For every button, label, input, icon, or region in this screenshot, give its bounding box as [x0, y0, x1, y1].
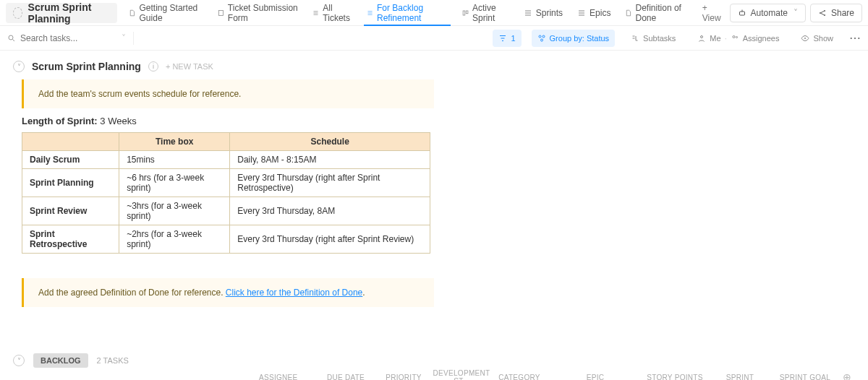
filter-count-chip[interactable]: 1: [493, 30, 521, 47]
doc-icon: [625, 9, 631, 17]
svg-point-13: [736, 36, 737, 38]
share-button[interactable]: Share: [810, 4, 862, 22]
group-pill[interactable]: BACKLOG: [33, 353, 88, 368]
backlog-group: ˅ BACKLOG 2 TASKS TITLE ASSIGNEE DUE DAT…: [13, 353, 855, 380]
col-epic[interactable]: EPIC: [548, 373, 642, 381]
row-name: Sprint Planning: [22, 169, 119, 197]
workspace-title-text: Scrum Sprint Planning: [28, 1, 111, 25]
tab-backlog-refinement[interactable]: For Backlog Refinement: [359, 0, 455, 26]
automate-label: Automate: [751, 8, 788, 18]
schedule-table: Time box Schedule Daily Scrum15minsDaily…: [22, 132, 430, 254]
board-icon: [462, 9, 469, 17]
group-count: 2 TASKS: [97, 356, 129, 365]
tab-definition-of-done[interactable]: Definition of Done: [618, 0, 694, 26]
table-row: Sprint Retrospective~2hrs (for a 3-week …: [22, 225, 430, 254]
tab-getting-started[interactable]: Getting Started Guide: [122, 0, 210, 26]
svg-rect-0: [218, 10, 223, 15]
top-bar: Scrum Sprint Planning Getting Started Gu…: [0, 0, 868, 26]
col-schedule: Schedule: [230, 133, 430, 151]
sprint-length: Length of Sprint: 3 Weeks: [22, 116, 855, 126]
automate-button[interactable]: Automate ˅: [730, 4, 806, 22]
tab-ticket-submission[interactable]: Ticket Submission Form: [210, 0, 306, 26]
group-icon: [537, 34, 546, 43]
svg-point-6: [824, 14, 825, 16]
main-content: ˅ Scrum Sprint Planning i + NEW TASK Add…: [0, 51, 868, 380]
col-sprint-goal[interactable]: SPRINT GOAL: [773, 373, 838, 381]
tab-label: Epics: [590, 8, 610, 18]
note-text: Add the agreed Definition of Done for re…: [38, 288, 226, 298]
svg-rect-3: [739, 12, 744, 15]
form-icon: [218, 9, 224, 17]
col-timebox: Time box: [119, 133, 230, 151]
row-schedule: Every 3rd Thursday (right after Sprint R…: [230, 225, 430, 254]
tab-label: Ticket Submission Form: [228, 3, 299, 23]
list-title[interactable]: Scrum Sprint Planning: [32, 61, 141, 72]
col-sprint[interactable]: SPRINT: [707, 373, 773, 381]
svg-point-9: [542, 35, 545, 38]
tab-all-tickets[interactable]: All Tickets: [305, 0, 359, 26]
search-box[interactable]: ˅: [7, 33, 126, 43]
eye-icon: [801, 34, 809, 43]
note-dod: Add the agreed Definition of Done for re…: [22, 278, 434, 307]
col-category[interactable]: CATEGORY: [490, 373, 548, 381]
row-timebox: ~2hrs (for a 3-week sprint): [119, 225, 230, 254]
col-story-points[interactable]: STORY POINTS: [642, 373, 707, 381]
row-schedule: Daily, 8AM - 8:15AM: [230, 151, 430, 169]
tab-active-sprint[interactable]: Active Sprint: [455, 0, 516, 26]
svg-point-14: [804, 38, 806, 39]
show-chip[interactable]: Show: [795, 30, 839, 47]
tab-label: Sprints: [536, 8, 563, 18]
length-value: 3 Weeks: [100, 116, 136, 126]
add-view-label: + View: [702, 3, 723, 23]
add-column-button[interactable]: ⊕: [838, 371, 856, 380]
row-schedule: Every 3rd Thursday, 8AM: [230, 197, 430, 225]
me-chip[interactable]: Me · Assignees: [692, 30, 785, 47]
note-text: Add the team's scrum events schedule for…: [38, 89, 241, 99]
more-menu-icon[interactable]: ⋯: [849, 31, 861, 45]
row-timebox: 15mins: [119, 151, 230, 169]
col-due[interactable]: DUE DATE: [317, 373, 375, 381]
workspace-title[interactable]: Scrum Sprint Planning: [6, 3, 117, 23]
search-input[interactable]: [16, 33, 117, 43]
chevron-down-icon[interactable]: ˅: [122, 33, 126, 43]
subtask-icon: [631, 34, 639, 43]
row-name: Sprint Retrospective: [22, 225, 119, 254]
col-assignee[interactable]: ASSIGNEE: [259, 373, 317, 381]
new-task-button[interactable]: + NEW TASK: [166, 62, 213, 71]
note-schedule: Add the team's scrum events schedule for…: [22, 79, 434, 108]
col-dev-status[interactable]: DEVELOPMENT ST...: [433, 369, 490, 380]
svg-point-5: [824, 10, 825, 12]
people-icon: [731, 34, 739, 43]
list-header: ˅ Scrum Sprint Planning i + NEW TASK: [13, 61, 855, 72]
add-view-button[interactable]: + View: [695, 0, 730, 26]
row-schedule: Every 3rd Thursday (right after Sprint R…: [230, 169, 430, 197]
svg-point-4: [820, 12, 821, 14]
tab-epics[interactable]: Epics: [570, 0, 618, 26]
table-corner: [22, 133, 119, 151]
row-name: Sprint Review: [22, 197, 119, 225]
subtasks-chip[interactable]: Subtasks: [625, 30, 681, 47]
list-icon: [524, 9, 532, 17]
person-icon: [697, 34, 706, 43]
collapse-toggle-icon[interactable]: ˅: [13, 355, 25, 366]
doc-icon: [129, 9, 135, 17]
collapse-toggle-icon[interactable]: ˅: [13, 61, 25, 72]
col-priority[interactable]: PRIORITY: [375, 373, 433, 381]
robot-icon: [738, 9, 746, 17]
share-icon: [818, 9, 827, 17]
svg-rect-1: [463, 10, 465, 14]
tab-sprints[interactable]: Sprints: [516, 0, 570, 26]
svg-point-8: [539, 35, 541, 38]
list-icon: [367, 9, 373, 17]
svg-point-11: [701, 35, 703, 38]
filter-count: 1: [511, 34, 515, 43]
tab-label: For Backlog Refinement: [377, 3, 448, 23]
tab-label: Definition of Done: [636, 3, 688, 23]
list-icon: [577, 9, 586, 17]
me-label: Me: [710, 34, 720, 43]
svg-rect-2: [466, 10, 468, 13]
group-by-chip[interactable]: Group by: Status: [532, 30, 616, 47]
info-icon[interactable]: i: [148, 61, 158, 72]
list-icon: [312, 9, 319, 17]
dod-link[interactable]: Click here for the Definition of Done: [226, 288, 362, 298]
